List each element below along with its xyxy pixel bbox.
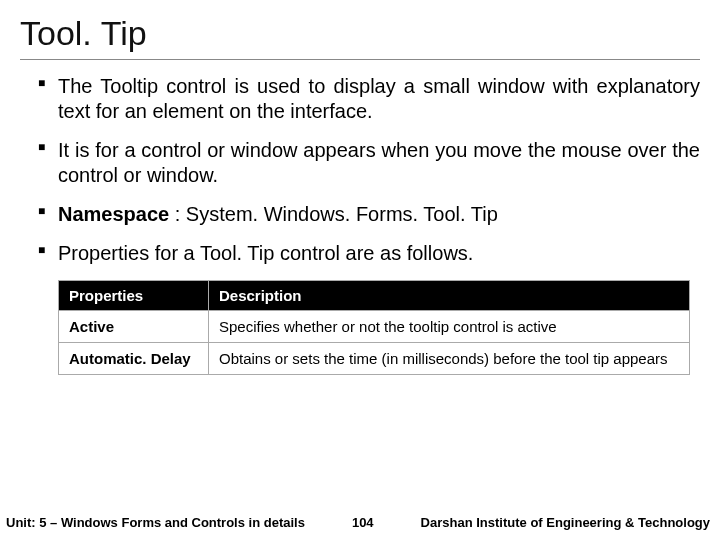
bullet-item: It is for a control or window appears wh… [38, 138, 700, 188]
cell-description: Specifies whether or not the tooltip con… [209, 311, 690, 343]
namespace-label: Namespace [58, 203, 169, 225]
cell-property: Automatic. Delay [59, 343, 209, 375]
cell-property: Active [59, 311, 209, 343]
table-header-row: Properties Description [59, 281, 690, 311]
footer-unit: Unit: 5 – Windows Forms and Controls in … [6, 515, 305, 530]
col-header-properties: Properties [59, 281, 209, 311]
col-header-description: Description [209, 281, 690, 311]
footer-institute: Darshan Institute of Engineering & Techn… [421, 515, 710, 530]
bullet-list: The Tooltip control is used to display a… [20, 74, 700, 266]
bullet-item: Namespace : System. Windows. Forms. Tool… [38, 202, 700, 227]
bullet-item: Properties for a Tool. Tip control are a… [38, 241, 700, 266]
cell-description: Obtains or sets the time (in millisecond… [209, 343, 690, 375]
properties-table-wrap: Properties Description Active Specifies … [58, 280, 690, 375]
page-title: Tool. Tip [20, 14, 700, 60]
namespace-value: : System. Windows. Forms. Tool. Tip [169, 203, 498, 225]
footer-page-number: 104 [352, 515, 374, 530]
slide: Tool. Tip The Tooltip control is used to… [0, 0, 720, 540]
properties-table: Properties Description Active Specifies … [58, 280, 690, 375]
bullet-text: It is for a control or window appears wh… [58, 139, 700, 186]
bullet-text: The Tooltip control is used to display a… [58, 75, 700, 122]
bullet-item: The Tooltip control is used to display a… [38, 74, 700, 124]
bullet-text: Properties for a Tool. Tip control are a… [58, 242, 473, 264]
table-row: Automatic. Delay Obtains or sets the tim… [59, 343, 690, 375]
slide-footer: Unit: 5 – Windows Forms and Controls in … [0, 507, 720, 540]
table-row: Active Specifies whether or not the tool… [59, 311, 690, 343]
